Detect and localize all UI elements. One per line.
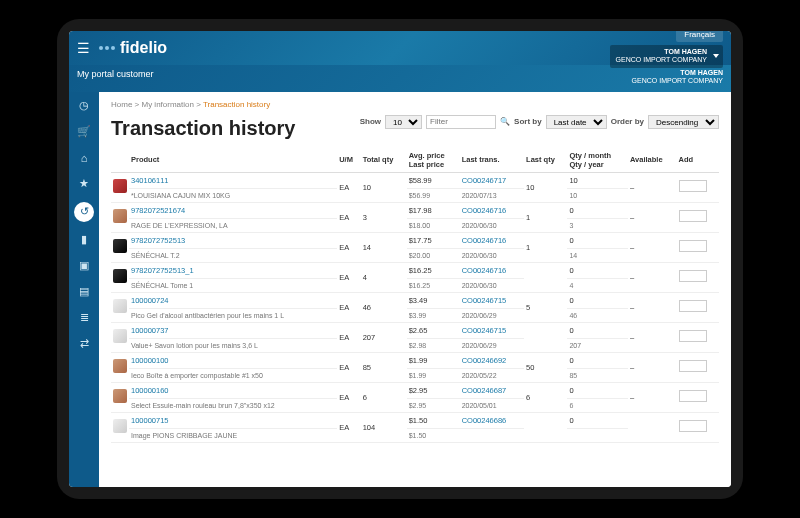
sku-link[interactable]: 9782072752513 [131, 236, 185, 245]
cell-avail [628, 412, 677, 442]
table-header-row: Product U/M Total qty Avg. priceLast pri… [111, 148, 719, 173]
cell-lastqty: 5 [524, 292, 567, 322]
document-icon[interactable]: ▤ [76, 284, 92, 300]
trans-link[interactable]: CO00246715 [462, 296, 507, 305]
sku-link[interactable]: 340106111 [131, 176, 169, 185]
cell-lastprice: $2.98 [407, 338, 460, 352]
add-qty-input[interactable] [679, 390, 707, 402]
add-qty-input[interactable] [679, 180, 707, 192]
col-qty[interactable]: Qty / monthQty / year [567, 148, 628, 173]
col-add[interactable]: Add [677, 148, 719, 173]
cart-icon[interactable]: 🛒 [76, 124, 92, 140]
col-price[interactable]: Avg. priceLast price [407, 148, 460, 173]
add-qty-input[interactable] [679, 210, 707, 222]
sku-link[interactable]: 100000724 [131, 296, 169, 305]
cell-desc: Image PIONS CRIBBAGE JAUNE [129, 428, 337, 442]
trans-link[interactable]: CO00246717 [462, 176, 507, 185]
trans-link[interactable]: CO00246716 [462, 206, 507, 215]
cell-lastprice: $20.00 [407, 248, 460, 262]
trans-link[interactable]: CO00246716 [462, 236, 507, 245]
col-product[interactable]: Product [129, 148, 337, 173]
add-qty-input[interactable] [679, 360, 707, 372]
list-controls: Show 10 🔍 Sort by Last date Order by Des… [308, 115, 720, 129]
col-totqty[interactable]: Total qty [361, 148, 407, 173]
home-icon[interactable]: ⌂ [76, 150, 92, 166]
cell-lastdate: 2020/05/22 [460, 368, 524, 382]
cell-desc: Value+ Savon lotion pour les mains 3,6 L [129, 338, 337, 352]
sku-link[interactable]: 9782072521674 [131, 206, 185, 215]
sku-link[interactable]: 100000100 [131, 356, 169, 365]
add-qty-input[interactable] [679, 270, 707, 282]
portal-label: My portal customer [77, 69, 154, 86]
sku-link[interactable]: 100000737 [131, 326, 169, 335]
sortby-select[interactable]: Last date [546, 115, 607, 129]
cell-lastprice: $16.25 [407, 278, 460, 292]
table-row: 9782072521674EA3$17.98CO0024671610– [111, 202, 719, 218]
hamburger-icon[interactable]: ☰ [77, 40, 90, 56]
add-qty-input[interactable] [679, 300, 707, 312]
cell-lastdate: 2020/05/01 [460, 398, 524, 412]
orderby-select[interactable]: Descending [648, 115, 719, 129]
product-thumb [113, 389, 127, 403]
dashboard-icon[interactable]: ◷ [76, 98, 92, 114]
trans-link[interactable]: CO00246686 [462, 416, 507, 425]
cell-lastprice: $1.99 [407, 368, 460, 382]
cell-totqty: 3 [361, 202, 407, 232]
orderby-label: Order by [611, 117, 644, 126]
subbar-user: TOM HAGEN GENCO IMPORT COMPANY [632, 69, 723, 86]
truck-icon[interactable]: ▣ [76, 258, 92, 274]
trans-link[interactable]: CO00246715 [462, 326, 507, 335]
filter-input[interactable] [426, 115, 496, 129]
cell-um: EA [337, 172, 361, 202]
add-qty-input[interactable] [679, 420, 707, 432]
crumb-home[interactable]: Home [111, 100, 132, 109]
cell-um: EA [337, 352, 361, 382]
table-row-sub: Ieco Boîte à emporter compostable #1 x50… [111, 368, 719, 382]
star-icon[interactable]: ★ [76, 176, 92, 192]
add-qty-input[interactable] [679, 240, 707, 252]
table-row-sub: Image PIONS CRIBBAGE JAUNE$1.50 [111, 428, 719, 442]
search-icon[interactable]: 🔍 [500, 117, 510, 126]
folder-icon[interactable]: ▮ [76, 232, 92, 248]
cell-totqty: 14 [361, 232, 407, 262]
cell-avgprice: $1.99 [407, 352, 460, 368]
show-select[interactable]: 10 [385, 115, 422, 129]
sku-link[interactable]: 100000715 [131, 416, 169, 425]
cell-qtyy: 46 [567, 308, 628, 322]
product-thumb [113, 299, 127, 313]
cell-totqty: 6 [361, 382, 407, 412]
table-row-sub: SÉNÉCHAL T.2$20.002020/06/3014 [111, 248, 719, 262]
list-icon[interactable]: ≣ [76, 310, 92, 326]
table-row-sub: Select Essuie-main rouleau brun 7,8"x350… [111, 398, 719, 412]
table-row: 100000160EA6$2.95CO0024668760– [111, 382, 719, 398]
cell-avgprice: $17.98 [407, 202, 460, 218]
brand-text: fidelio [120, 39, 167, 57]
language-switch[interactable]: Français [676, 31, 723, 42]
cell-lastqty: 1 [524, 202, 567, 232]
cell-qtym: 0 [567, 232, 628, 248]
breadcrumb: Home > My information > Transaction hist… [111, 100, 719, 109]
table-row: 9782072752513EA14$17.75CO0024671610– [111, 232, 719, 248]
sku-link[interactable]: 9782072752513_1 [131, 266, 194, 275]
crumb-info[interactable]: My information [141, 100, 193, 109]
cell-avail: – [628, 352, 677, 382]
add-qty-input[interactable] [679, 330, 707, 342]
main: Home > My information > Transaction hist… [99, 92, 731, 487]
trans-link[interactable]: CO00246716 [462, 266, 507, 275]
col-avail[interactable]: Available [628, 148, 677, 173]
col-lasttrans[interactable]: Last trans. [460, 148, 524, 173]
cell-qtym: 0 [567, 292, 628, 308]
history-icon[interactable]: ↺ [74, 202, 94, 222]
trans-link[interactable]: CO00246692 [462, 356, 507, 365]
cell-avgprice: $2.95 [407, 382, 460, 398]
table-row-sub: SÉNÉCHAL Tome 1$16.252020/06/304 [111, 278, 719, 292]
trans-link[interactable]: CO00246687 [462, 386, 507, 395]
user-dropdown[interactable]: TOM HAGEN GENCO IMPORT COMPANY [610, 45, 723, 68]
col-lastqty[interactable]: Last qty [524, 148, 567, 173]
transfer-icon[interactable]: ⇄ [76, 336, 92, 352]
col-um[interactable]: U/M [337, 148, 361, 173]
product-thumb [113, 269, 127, 283]
sidebar: ◷ 🛒 ⌂ ★ ↺ ▮ ▣ ▤ ≣ ⇄ [69, 92, 99, 487]
sku-link[interactable]: 100000160 [131, 386, 169, 395]
cell-avgprice: $17.75 [407, 232, 460, 248]
